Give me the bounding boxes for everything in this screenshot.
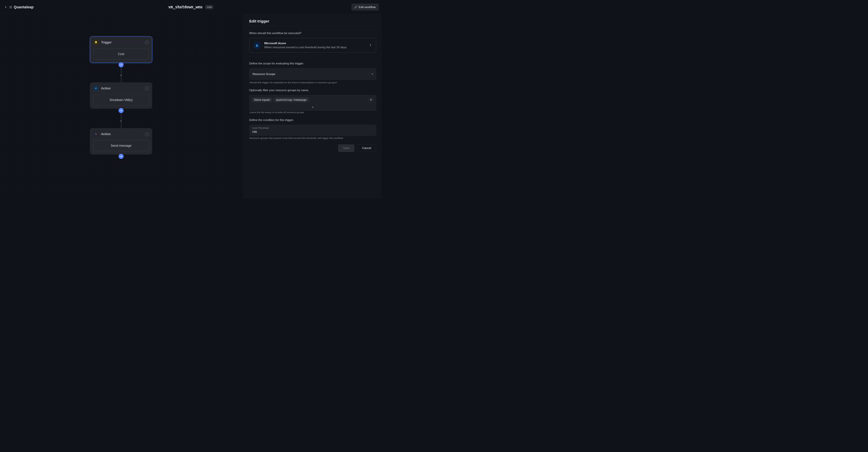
workflow-title: vm_shutdown_weu [168, 5, 203, 9]
cost-helper: Resource groups that caused costs that e… [249, 137, 376, 140]
filter-predicate-chip[interactable]: Name equals [252, 97, 272, 102]
add-step-button[interactable] [118, 108, 123, 113]
info-icon[interactable]: i [145, 40, 149, 44]
edit-workflow-label: Edit workflow [359, 5, 376, 9]
connector [90, 108, 152, 129]
delete-filter-button[interactable] [368, 97, 373, 102]
trash-icon [370, 98, 372, 101]
connector [90, 154, 152, 159]
cost-threshold-label: Cost Threshold [252, 126, 373, 129]
when-section-label: When should this workflow be executed? [249, 31, 376, 35]
svg-rect-11 [96, 133, 96, 134]
brand-name: Quantaleap [14, 5, 34, 9]
trigger-node[interactable]: Trigger i Cost [90, 36, 152, 63]
scope-section-label: Define the scope for evaluating this tri… [249, 62, 376, 65]
condition-section-label: Define the condition for this trigger. [249, 118, 376, 122]
scope-select[interactable]: Resource Groups [249, 68, 376, 80]
add-step-button[interactable] [118, 62, 123, 67]
action-node-shutdown[interactable]: Action i Shutdown VM(s) [90, 82, 152, 109]
add-step-button[interactable] [118, 154, 123, 159]
header-title-wrap: vm_shutdown_weu cost [168, 5, 214, 9]
svg-rect-9 [95, 134, 96, 134]
quantaleap-icon [9, 5, 12, 9]
action-node-label: Action [101, 132, 111, 136]
workflow-canvas[interactable]: Trigger i Cost Action [0, 14, 243, 199]
info-icon[interactable]: i [145, 132, 149, 136]
brand-logo[interactable]: Quantaleap [9, 5, 34, 9]
edit-workflow-button[interactable]: Edit workflow [351, 3, 379, 10]
filter-row: Name equals quantaleap-homepage [249, 95, 376, 104]
cost-threshold-field[interactable]: Cost Threshold 245 [249, 125, 376, 136]
plus-icon [120, 64, 122, 66]
scope-select-value: Resource Groups [253, 72, 275, 76]
scope-helper: Should this trigger be evaluated on the … [249, 81, 376, 84]
trigger-node-body[interactable]: Cost [93, 49, 149, 60]
slack-icon [93, 131, 98, 137]
filter-value-chip[interactable]: quantaleap-homepage [274, 97, 309, 102]
panel-title: Edit trigger [249, 19, 376, 24]
pencil-icon [354, 6, 357, 8]
provider-desc: When resources exceed a cost threshold d… [264, 46, 347, 49]
bell-icon [93, 40, 99, 45]
cancel-button[interactable]: Cancel [357, 145, 376, 152]
plus-icon [120, 155, 122, 157]
azure-icon [93, 86, 98, 91]
connector [90, 62, 152, 83]
chevron-left-icon [4, 5, 7, 8]
chevron-right-icon [369, 43, 372, 47]
svg-rect-10 [96, 134, 97, 134]
trigger-node-label: Trigger [101, 41, 112, 44]
action-node-body[interactable]: Send message [93, 140, 149, 151]
action-node-body[interactable]: Shutdown VM(s) [93, 94, 149, 106]
provider-block[interactable]: Microsoft Azure When resources exceed a … [249, 38, 376, 53]
svg-rect-12 [96, 134, 96, 135]
provider-name: Microsoft Azure [264, 42, 347, 45]
save-button: Save [338, 145, 354, 152]
filter-section-label: Optionally filter your resource groups b… [249, 89, 376, 92]
plus-icon [312, 106, 314, 109]
azure-icon [253, 41, 261, 49]
filter-helper: Leave this list empty to include all res… [249, 111, 376, 114]
plus-icon [120, 109, 122, 112]
back-button[interactable] [3, 4, 8, 9]
workflow-badge: cost [205, 5, 214, 9]
add-filter-button[interactable] [249, 104, 376, 111]
trigger-editor-panel: Edit trigger When should this workflow b… [243, 14, 382, 199]
app-header: Quantaleap vm_shutdown_weu cost Edit wor… [0, 0, 382, 14]
chevron-down-icon [371, 72, 374, 75]
cost-threshold-value: 245 [252, 130, 373, 133]
action-node-send-message[interactable]: Action i Send message [90, 128, 152, 154]
info-icon[interactable]: i [145, 86, 149, 90]
action-node-label: Action [101, 87, 111, 90]
